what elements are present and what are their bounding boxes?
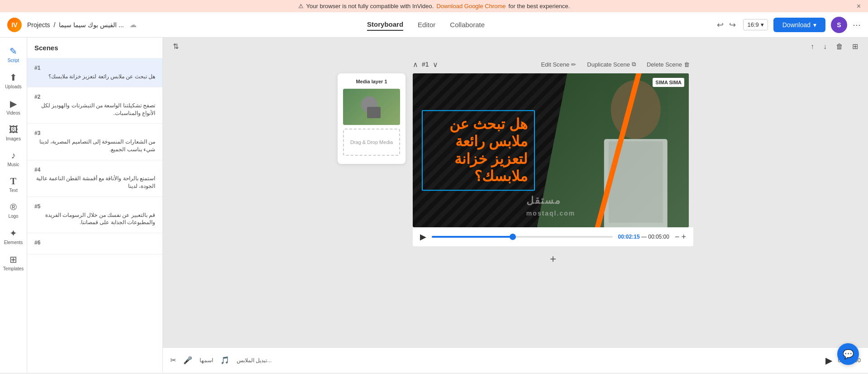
timeline-text2: تبديل الملابس...: [237, 357, 272, 364]
breadcrumb-file: الفيس بوك سيما سيما ...: [59, 21, 124, 29]
app-logo[interactable]: IV: [7, 18, 22, 32]
user-avatar[interactable]: S: [831, 17, 847, 33]
timeline-play-button[interactable]: ▶: [825, 355, 832, 366]
svg-rect-1: [367, 107, 381, 118]
sidebar-item-videos[interactable]: ▶ Videos: [0, 94, 27, 120]
current-time: 00:02:15: [618, 234, 640, 240]
zoom-in-button[interactable]: +: [681, 232, 686, 242]
banner-message: Your browser is not fully compatible wit…: [306, 3, 434, 10]
header-nav: Storyboard Editor Collaborate: [142, 19, 710, 31]
edit-scene-icon: ✏: [571, 61, 576, 68]
sidebar-label-text: Text: [9, 188, 17, 193]
drag-drop-label: Drag & Drop Media: [350, 139, 393, 145]
download-arrow-icon: ▾: [813, 21, 816, 29]
images-icon: 🖼: [9, 125, 18, 135]
compatibility-banner: ⚠ Your browser is not fully compatible w…: [0, 0, 868, 12]
edit-scene-label: Edit Scene: [541, 61, 569, 68]
duplicate-scene-button[interactable]: Duplicate Scene ⧉: [583, 59, 639, 70]
scene-num-4: #4: [34, 167, 155, 173]
scenes-panel: Scenes #1 هل تبحث عن ملابس رائعة لتعزيز …: [27, 38, 163, 373]
video-controls: ▶ 00:02:15 — 00:05:00 − +: [413, 227, 693, 246]
video-frame[interactable]: هل تبحث عن ملابس رائعة لتعزيز خزانة ملاب…: [413, 73, 689, 227]
timeline-text1: اسمها: [200, 357, 213, 364]
next-scene-button[interactable]: ∨: [433, 60, 438, 69]
redo-button[interactable]: ↪: [727, 18, 738, 32]
scene-item-2[interactable]: #2 تصفح تشكيلتنا الواسعة من التيشرتات وا…: [27, 87, 162, 124]
scene-text-1: هل تبحث عن ملابس رائعة لتعزيز خزانة ملاب…: [34, 73, 155, 81]
prev-scene-button[interactable]: ∧: [413, 60, 418, 69]
video-background: هل تبحث عن ملابس رائعة لتعزيز خزانة ملاب…: [413, 73, 689, 227]
scene-text-5: قم بالتعبير عن نفسك من خلال الرسومات الف…: [34, 211, 155, 227]
time-sep: —: [641, 234, 648, 240]
banner-message-after: for the best experience.: [509, 3, 570, 10]
cloud-icon: ☁: [129, 20, 137, 29]
undo-button[interactable]: ↩: [715, 18, 725, 32]
sidebar-item-images[interactable]: 🖼 Images: [0, 120, 27, 146]
scene-item-3[interactable]: #3 من الشعارات المنسوخة إلى التصاميم الم…: [27, 124, 162, 160]
scene-num-1: #1: [34, 65, 155, 71]
scene-item-5[interactable]: #5 قم بالتعبير عن نفسك من خلال الرسومات …: [27, 197, 162, 234]
delete-scene-toolbar-button[interactable]: 🗑: [833, 40, 846, 53]
download-button[interactable]: Download ▾: [773, 18, 825, 32]
grid-view-button[interactable]: ⊞: [849, 40, 861, 53]
sidebar-item-script[interactable]: ✎ Script: [0, 41, 27, 67]
play-button[interactable]: ▶: [420, 232, 426, 242]
sidebar-label-templates: Templates: [3, 266, 24, 271]
scene-num-5: #5: [34, 203, 155, 210]
scene-navigation: ∧ #1 ∨ Edit Scene ✏ Duplicate Scene ⧉: [413, 55, 693, 73]
sidebar-item-elements[interactable]: ✦ Elements: [0, 223, 27, 249]
text-icon: T: [10, 176, 16, 187]
scene-arrange-button[interactable]: ⇅: [170, 40, 181, 53]
scene-num-3: #3: [34, 130, 155, 136]
timeline-music-icon: 🎵: [220, 356, 229, 364]
chrome-download-link[interactable]: Download Google Chrome: [436, 3, 506, 10]
timeline-mic-icon[interactable]: 🎤: [183, 356, 192, 364]
banner-close-button[interactable]: ×: [857, 2, 861, 10]
elements-icon: ✦: [10, 228, 17, 239]
duplicate-scene-icon: ⧉: [632, 61, 636, 68]
scene-item-1[interactable]: #1 هل تبحث عن ملابس رائعة لتعزيز خزانة م…: [27, 58, 162, 87]
center-toolbar: ⇅ ↑ ↓ 🗑 ⊞: [163, 38, 868, 55]
video-logo: SIMA SIMA: [653, 78, 684, 87]
nav-storyboard[interactable]: Storyboard: [367, 19, 403, 31]
progress-bar[interactable]: [432, 236, 613, 238]
sidebar-item-music[interactable]: ♪ Music: [0, 146, 27, 172]
scene-text-2: تصفح تشكيلتنا الواسعة من التيشرتات والهو…: [34, 102, 155, 117]
script-icon: ✎: [10, 46, 17, 57]
nav-collaborate[interactable]: Collaborate: [450, 19, 485, 30]
undo-redo-group: ↩ ↪: [715, 18, 738, 32]
scene-item-4[interactable]: #4 استمتع بالراحة والأناقة مع أقمشة القط…: [27, 160, 162, 197]
scene-actions: Edit Scene ✏ Duplicate Scene ⧉ Delete Sc…: [537, 59, 693, 70]
sidebar-item-text[interactable]: T Text: [0, 172, 27, 197]
more-options-button[interactable]: ⋯: [853, 20, 861, 30]
chat-widget[interactable]: 💬: [837, 343, 859, 365]
timeline-clip-icon[interactable]: ✂: [170, 356, 176, 364]
upload-icon-button[interactable]: ↑: [808, 40, 817, 53]
add-scene-area: +: [413, 246, 693, 272]
delete-scene-button[interactable]: Delete Scene 🗑: [643, 59, 693, 70]
sidebar-item-templates[interactable]: ⊞ Templates: [0, 249, 27, 276]
aspect-ratio-selector[interactable]: 16:9 ▾: [743, 19, 768, 30]
nav-editor[interactable]: Editor: [418, 19, 435, 30]
zoom-out-button[interactable]: −: [675, 232, 680, 242]
edit-scene-button[interactable]: Edit Scene ✏: [537, 59, 580, 70]
canvas-area: Media layer 1 Drag & Drop Media: [163, 55, 868, 347]
breadcrumb: Projects / الفيس بوك سيما سيما ... ☁: [27, 20, 137, 29]
breadcrumb-projects[interactable]: Projects: [27, 21, 50, 29]
scene-item-6[interactable]: #6: [27, 233, 162, 254]
sidebar-item-uploads[interactable]: ⬆ Uploads: [0, 67, 27, 94]
sidebar-item-logo[interactable]: ® Logo: [0, 197, 27, 223]
total-time: 00:05:00: [648, 234, 669, 240]
scene-nav-left: ∧ #1 ∨: [413, 60, 438, 69]
drag-drop-area[interactable]: Drag & Drop Media: [343, 129, 400, 156]
media-layer-panel: Media layer 1 Drag & Drop Media: [338, 73, 405, 164]
download-scene-button[interactable]: ↓: [820, 40, 830, 53]
watermark: مستقلmostaql.com: [526, 195, 575, 218]
sidebar-label-uploads: Uploads: [5, 84, 22, 89]
download-label: Download: [782, 21, 811, 29]
logo-icon: ®: [10, 202, 17, 212]
sidebar-label-elements: Elements: [4, 240, 23, 245]
add-scene-button[interactable]: +: [545, 251, 561, 267]
media-layer-thumbnail[interactable]: [343, 89, 400, 125]
main-layout: ✎ Script ⬆ Uploads ▶ Videos 🖼 Images ♪ M…: [0, 38, 868, 373]
